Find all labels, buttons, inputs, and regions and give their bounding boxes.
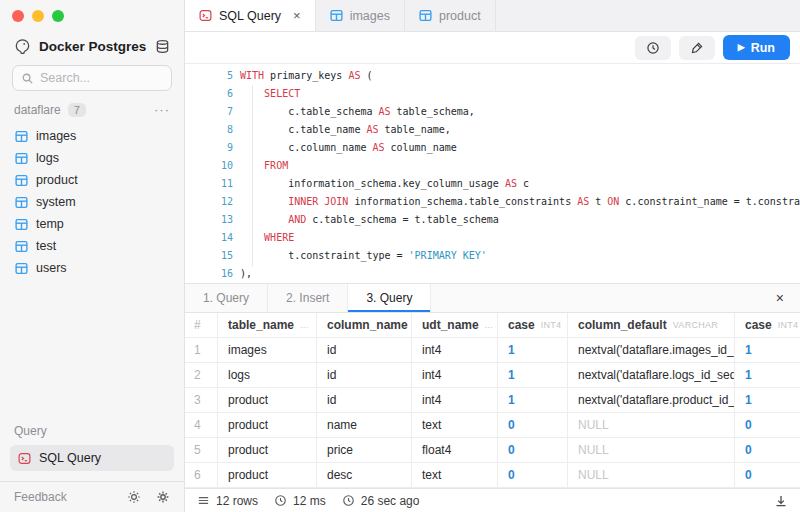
sidebar-item-temp[interactable]: temp: [0, 213, 184, 235]
tab-product[interactable]: product: [405, 0, 496, 31]
table-cell[interactable]: logs: [218, 363, 317, 387]
code-line: 8 c.table_name AS table_name,: [185, 120, 800, 138]
table-cell[interactable]: nextval('dataflare.logs_id_seq'...: [568, 363, 735, 387]
table-cell[interactable]: text: [412, 463, 498, 487]
results-tab-2-insert[interactable]: 2. Insert: [268, 284, 348, 312]
format-query-button[interactable]: [679, 36, 715, 60]
code-text: c.column_name AS column_name: [240, 142, 457, 153]
run-query-button[interactable]: ▶ Run: [723, 35, 790, 60]
schema-more-button[interactable]: ···: [154, 106, 170, 114]
query-history-button[interactable]: [635, 36, 671, 60]
column-header-column-default[interactable]: column_defaultVARCHAR: [568, 313, 735, 337]
table-cell[interactable]: id: [317, 363, 412, 387]
table-cell[interactable]: 0: [498, 413, 568, 437]
sql-editor[interactable]: 5WITH primary_keys AS (6 SELECT7 c.table…: [185, 64, 800, 283]
schema-name: dataflare: [14, 103, 61, 117]
line-number: 6: [185, 88, 233, 99]
table-icon: [15, 218, 28, 231]
table-cell[interactable]: 1: [735, 338, 800, 362]
table-cell[interactable]: nextval('dataflare.product_id_...: [568, 388, 735, 412]
zoom-window-button[interactable]: [52, 10, 64, 22]
table-cell[interactable]: float4: [412, 438, 498, 462]
table-cell[interactable]: 0: [735, 413, 800, 437]
table-cell[interactable]: text: [412, 413, 498, 437]
line-number: 8: [185, 124, 233, 135]
table-header-row: #table_name...column_name...udt_name...c…: [185, 313, 800, 338]
sidebar-item-sql-query[interactable]: SQL Query: [10, 445, 174, 471]
status-bar: 12 rows 12 ms 26 sec ago: [185, 488, 800, 512]
minimize-window-button[interactable]: [32, 10, 44, 22]
table-icon: [15, 196, 28, 209]
table-cell[interactable]: 1: [498, 363, 568, 387]
row-number: 6: [185, 463, 218, 487]
table-cell[interactable]: int4: [412, 363, 498, 387]
table-cell[interactable]: name: [317, 413, 412, 437]
close-icon[interactable]: ×: [293, 8, 301, 23]
code-line: 11 information_schema.key_column_usage A…: [185, 174, 800, 192]
table-cell[interactable]: 1: [735, 388, 800, 412]
table-cell[interactable]: NULL: [568, 413, 735, 437]
table-cell[interactable]: int4: [412, 388, 498, 412]
table-cell[interactable]: 0: [498, 438, 568, 462]
table-cell[interactable]: desc: [317, 463, 412, 487]
sidebar-item-product[interactable]: product: [0, 169, 184, 191]
line-number: 10: [185, 160, 233, 171]
line-number: 5: [185, 70, 233, 81]
sidebar-item-system[interactable]: system: [0, 191, 184, 213]
sidebar-item-images[interactable]: images: [0, 125, 184, 147]
table-label: system: [36, 195, 76, 209]
table-cell[interactable]: 0: [735, 463, 800, 487]
column-header-case[interactable]: caseINT4: [735, 313, 800, 337]
table-cell[interactable]: 1: [735, 363, 800, 387]
row-number: 3: [185, 388, 218, 412]
results-tab-1-query[interactable]: 1. Query: [185, 284, 268, 312]
code-text: WITH primary_keys AS (: [240, 70, 372, 81]
table-cell[interactable]: images: [218, 338, 317, 362]
table-icon: [330, 9, 343, 22]
last-run-clock-icon: [342, 494, 355, 507]
table-cell[interactable]: 0: [735, 438, 800, 462]
close-window-button[interactable]: [12, 10, 24, 22]
search-box[interactable]: [12, 65, 172, 91]
table-cell[interactable]: nextval('dataflare.images_id_s...: [568, 338, 735, 362]
table-cell[interactable]: product: [218, 438, 317, 462]
download-results-button[interactable]: [774, 494, 788, 508]
table-cell[interactable]: 0: [498, 463, 568, 487]
column-header-table-name[interactable]: table_name...: [218, 313, 317, 337]
sidebar-item-test[interactable]: test: [0, 235, 184, 257]
row-number: 5: [185, 438, 218, 462]
column-header-index[interactable]: #: [185, 313, 218, 337]
table-cell[interactable]: int4: [412, 338, 498, 362]
column-header-column-name[interactable]: column_name...: [317, 313, 412, 337]
table-cell[interactable]: 1: [498, 388, 568, 412]
line-number: 11: [185, 178, 233, 189]
play-icon: ▶: [738, 43, 745, 52]
settings-gear-icon[interactable]: [156, 490, 170, 504]
table-cell[interactable]: NULL: [568, 438, 735, 462]
search-input[interactable]: [40, 71, 163, 85]
results-tab-3-query[interactable]: 3. Query: [348, 284, 431, 312]
table-cell[interactable]: 1: [498, 338, 568, 362]
sidebar-item-users[interactable]: users: [0, 257, 184, 279]
table-cell[interactable]: NULL: [568, 463, 735, 487]
table-cell[interactable]: id: [317, 388, 412, 412]
database-icon[interactable]: [155, 39, 170, 54]
theme-toggle-icon[interactable]: [127, 490, 141, 504]
table-cell[interactable]: price: [317, 438, 412, 462]
table-icon: [15, 240, 28, 253]
table-label: users: [36, 261, 67, 275]
tab-sql-query[interactable]: SQL Query×: [185, 0, 316, 31]
column-header-name: #: [194, 318, 201, 332]
table-cell[interactable]: product: [218, 388, 317, 412]
close-results-icon[interactable]: ×: [776, 290, 800, 306]
column-header-case[interactable]: caseINT4: [498, 313, 568, 337]
feedback-link[interactable]: Feedback: [14, 490, 67, 504]
table-cell[interactable]: product: [218, 463, 317, 487]
sidebar-item-logs[interactable]: logs: [0, 147, 184, 169]
tab-images[interactable]: images: [316, 0, 405, 31]
column-header-udt-name[interactable]: udt_name...: [412, 313, 498, 337]
code-text: c.table_schema AS table_schema,: [240, 106, 475, 117]
table-cell[interactable]: product: [218, 413, 317, 437]
table-cell[interactable]: id: [317, 338, 412, 362]
window-controls: [0, 0, 184, 28]
